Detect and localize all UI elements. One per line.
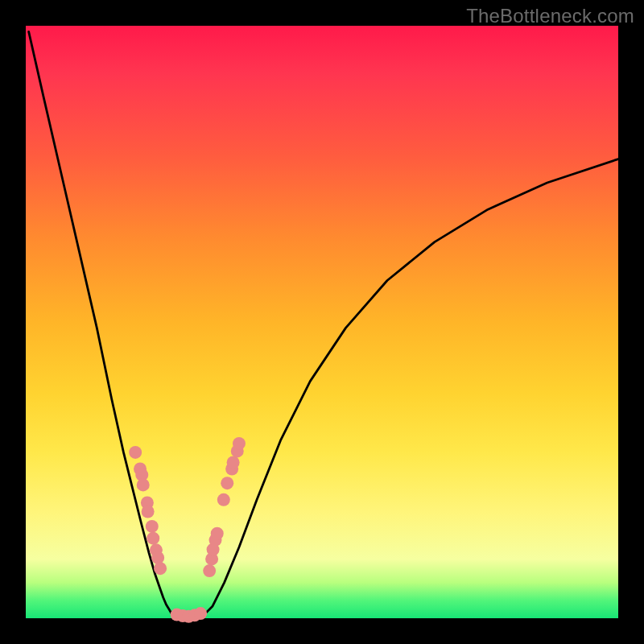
chart-overlay (26, 26, 618, 618)
scatter-dot (146, 520, 159, 533)
scatter-dots (129, 437, 246, 623)
scatter-dot (233, 437, 246, 450)
scatter-dot (227, 456, 240, 469)
watermark-text: TheBottleneck.com (466, 5, 634, 27)
scatter-dot (142, 506, 155, 518)
chart-frame: TheBottleneck.com (0, 0, 644, 644)
scatter-dot (203, 564, 216, 577)
bottleneck-curve (29, 31, 618, 617)
scatter-dot (147, 532, 159, 545)
scatter-dot (194, 607, 207, 620)
scatter-dot (137, 478, 150, 491)
scatter-dot (217, 493, 230, 506)
scatter-dot (129, 446, 142, 459)
curve-path (29, 31, 618, 617)
scatter-dot (211, 527, 224, 540)
scatter-dot (151, 551, 164, 564)
scatter-dot (221, 477, 233, 489)
scatter-dot (154, 562, 167, 575)
